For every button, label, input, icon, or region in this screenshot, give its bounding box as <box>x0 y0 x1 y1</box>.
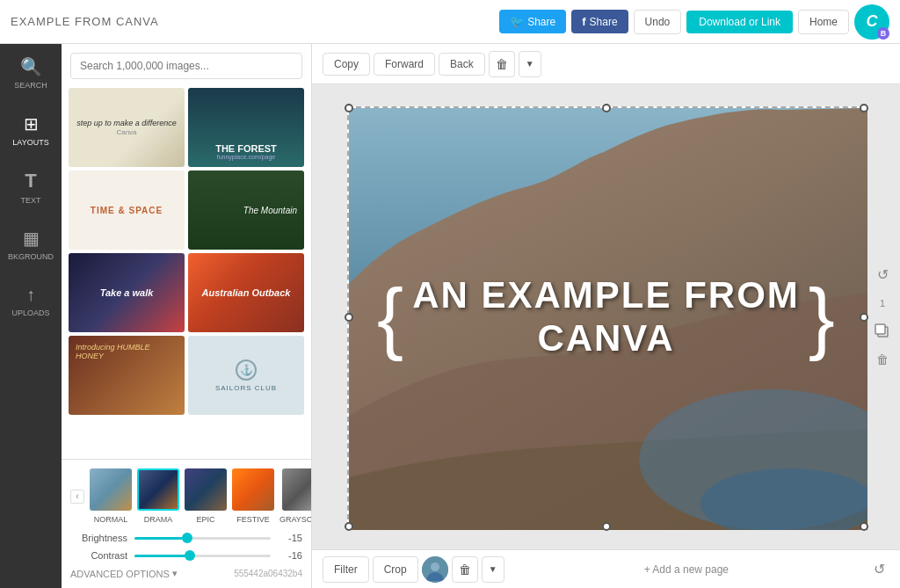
contrast-slider[interactable] <box>134 555 271 557</box>
chevron-down-icon: ▼ <box>526 59 534 69</box>
template-item[interactable]: TIME & SPACE <box>69 171 185 250</box>
templates-panel: step up to make a difference Canva THE F… <box>62 44 312 588</box>
delete-button[interactable]: 🗑 <box>489 51 515 77</box>
chevron-down-icon: ▾ <box>172 568 178 579</box>
main-layout: 🔍 SEARCH ⊞ LAYOUTS T TEXT ▦ BKGROUND ↑ U… <box>0 44 900 588</box>
advanced-options-button[interactable]: ADVANCED OPTIONS ▾ <box>70 568 178 579</box>
crop-button[interactable]: Crop <box>373 556 418 583</box>
filter-button[interactable]: Filter <box>323 556 369 583</box>
copy-right-tool[interactable] <box>872 321 893 342</box>
page-number: 1 <box>872 293 893 314</box>
topbar-actions: 🐦 Share f Share Undo Download or Link Ho… <box>499 4 889 40</box>
search-input[interactable] <box>70 53 302 79</box>
filter-epic[interactable] <box>185 468 227 511</box>
bottom-left-tools: Filter Crop 🗑 ▼ <box>323 556 504 583</box>
resize-handle-bl[interactable] <box>345 522 353 531</box>
filter-id: 555442a06432b4 <box>234 569 302 578</box>
template-item[interactable]: Take a walk <box>69 253 185 332</box>
bottom-delete-button[interactable]: 🗑 <box>452 556 478 583</box>
contrast-label: Contrast <box>70 550 127 561</box>
bottom-toolbar: Filter Crop 🗑 ▼ + Add a new page <box>312 549 900 588</box>
resize-handle-ml[interactable] <box>345 313 353 322</box>
download-button[interactable]: Download or Link <box>686 11 793 33</box>
back-button[interactable]: Back <box>439 53 485 76</box>
canvas-toolbar: Copy Forward Back 🗑 ▼ <box>312 44 900 84</box>
filter-festive[interactable] <box>232 468 274 511</box>
add-page-button[interactable]: + Add a new page <box>504 563 868 576</box>
uploads-icon: ↑ <box>26 285 35 305</box>
filter-prev-button[interactable]: ‹ <box>70 490 84 504</box>
home-button[interactable]: Home <box>798 10 849 34</box>
bracket-right: } <box>809 278 835 357</box>
template-item[interactable]: ⚓ SAILORS CLUB <box>188 336 304 415</box>
search-icon: 🔍 <box>20 56 42 77</box>
avatar[interactable] <box>422 556 448 583</box>
resize-handle-bm[interactable] <box>602 522 611 531</box>
canva-logo[interactable]: C B <box>854 4 889 40</box>
canvas-text-overlay: { AN EXAMPLE FROM CANVA } <box>349 108 864 526</box>
template-item[interactable]: Australian Outback <box>188 253 304 332</box>
brightness-value: -15 <box>278 533 302 543</box>
text-icon: T <box>25 170 36 192</box>
template-grid: step up to make a difference Canva THE F… <box>62 88 311 422</box>
sidebar-item-layouts[interactable]: ⊞ LAYOUTS <box>0 101 62 158</box>
facebook-icon: f <box>582 15 585 28</box>
rotate-tool[interactable]: ↺ <box>872 265 893 286</box>
template-item[interactable]: The Mountain <box>188 171 304 250</box>
contrast-row: Contrast -16 <box>70 550 302 561</box>
bottom-refresh-button[interactable]: ↺ <box>868 559 889 580</box>
template-item[interactable]: step up to make a difference Canva <box>69 88 185 167</box>
delete-right-tool[interactable]: 🗑 <box>872 349 893 370</box>
sidebar-item-search[interactable]: 🔍 SEARCH <box>0 44 62 101</box>
toolbar-dropdown[interactable]: ▼ <box>519 51 541 77</box>
bottom-dropdown[interactable]: ▼ <box>482 556 504 583</box>
facebook-share-button[interactable]: f Share <box>571 10 628 33</box>
canvas-frame[interactable]: { AN EXAMPLE FROM CANVA } <box>347 106 866 528</box>
template-item[interactable]: THE FOREST funnyplace.com/page <box>188 88 304 167</box>
resize-handle-tr[interactable] <box>860 104 868 113</box>
add-page-text: + Add a new page <box>644 563 729 576</box>
canvas-main-text: AN EXAMPLE FROM CANVA <box>412 274 800 359</box>
copy-button[interactable]: Copy <box>323 53 370 76</box>
brightness-label: Brightness <box>70 533 127 543</box>
canva-badge: B <box>877 27 889 40</box>
brightness-slider[interactable] <box>134 537 271 540</box>
canvas-wrapper: { AN EXAMPLE FROM CANVA } <box>312 84 900 549</box>
topbar-left: EXAMPLE FROM CANVA <box>11 15 159 28</box>
svg-point-6 <box>431 563 439 571</box>
twitter-icon: 🐦 <box>510 15 524 28</box>
filter-panel: ‹ NORMAL DRAMA EPIC FESTIVE <box>62 459 311 588</box>
svg-rect-4 <box>875 324 885 334</box>
layouts-icon: ⊞ <box>24 113 39 134</box>
filter-footer: ADVANCED OPTIONS ▾ 555442a06432b4 <box>70 568 302 579</box>
bracket-left: { <box>377 278 403 357</box>
filter-normal[interactable] <box>90 468 132 511</box>
sidebar-item-uploads[interactable]: ↑ UPLOADS <box>0 272 62 330</box>
template-item[interactable]: Introducing HUMBLE HONEY <box>69 336 185 415</box>
background-icon: ▦ <box>23 228 40 249</box>
page-title: EXAMPLE FROM CANVA <box>11 15 159 28</box>
right-tools: ↺ 1 🗑 <box>872 265 893 370</box>
brightness-row: Brightness -15 <box>70 533 302 543</box>
undo-button[interactable]: Undo <box>634 10 682 34</box>
resize-handle-tm[interactable] <box>602 104 611 113</box>
resize-handle-br[interactable] <box>860 522 868 531</box>
trash-icon: 🗑 <box>459 563 471 577</box>
sidebar-item-text[interactable]: T TEXT <box>0 158 62 215</box>
resize-handle-tl[interactable] <box>345 104 353 113</box>
trash-icon: 🗑 <box>496 57 508 71</box>
sidebar-icons: 🔍 SEARCH ⊞ LAYOUTS T TEXT ▦ BKGROUND ↑ U… <box>0 44 62 588</box>
topbar: EXAMPLE FROM CANVA 🐦 Share f Share Undo … <box>0 0 900 44</box>
sidebar-item-background[interactable]: ▦ BKGROUND <box>0 215 62 272</box>
filter-grayscale[interactable] <box>282 468 312 511</box>
chevron-down-icon: ▼ <box>489 564 497 574</box>
forward-button[interactable]: Forward <box>374 53 435 76</box>
search-bar <box>62 44 311 88</box>
canvas-area: Copy Forward Back 🗑 ▼ <box>312 44 900 588</box>
contrast-value: -16 <box>278 550 302 561</box>
resize-handle-mr[interactable] <box>860 313 868 322</box>
twitter-share-button[interactable]: 🐦 Share <box>499 10 566 33</box>
filter-drama[interactable] <box>137 468 179 511</box>
filter-thumbs-row: ‹ NORMAL DRAMA EPIC FESTIVE <box>70 468 302 524</box>
